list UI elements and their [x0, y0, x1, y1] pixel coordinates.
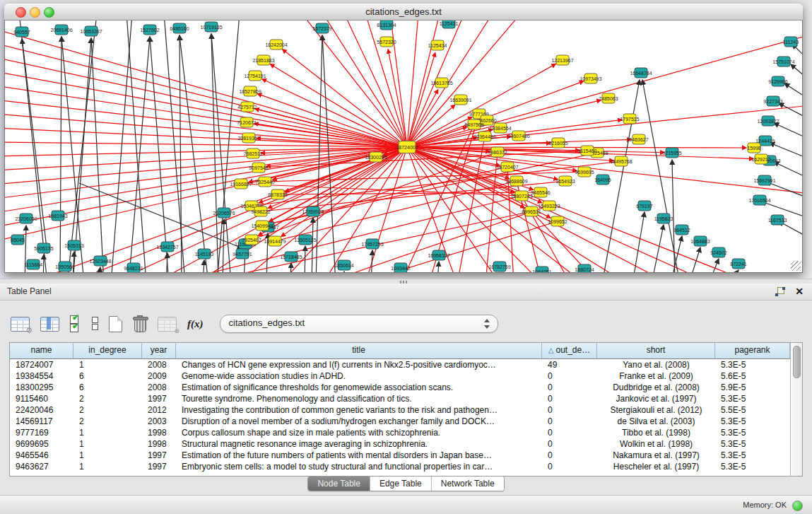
graph-node[interactable]: 23206050	[15, 214, 37, 223]
column-header-year[interactable]: year	[142, 343, 176, 358]
delete-column-button[interactable]	[133, 315, 147, 332]
table-settings-button[interactable]: ⚙	[11, 317, 30, 332]
graph-node[interactable]: 1654923	[555, 176, 575, 186]
svg-text:10719135: 10719135	[200, 25, 222, 30]
table-row[interactable]: 1872400712008Changes of HCN gene express…	[10, 359, 790, 370]
graph-node[interactable]: 1797515	[620, 114, 639, 124]
close-panel-icon[interactable]: ✕	[795, 286, 804, 297]
show-columns-button[interactable]	[40, 317, 59, 332]
column-header-short[interactable]: short	[597, 343, 715, 358]
graph-node[interactable]: 15718485	[280, 252, 302, 262]
graph-node[interactable]: 15998	[747, 143, 761, 153]
table-row[interactable]: 1456911722003Disruption of a novel membe…	[10, 416, 790, 427]
table-row[interactable]: 911546021997Tourette syndrome. Phenomeno…	[10, 393, 790, 404]
new-column-button[interactable]	[109, 316, 122, 332]
close-traffic-light[interactable]	[16, 7, 26, 18]
graph-node[interactable]: 1350561	[55, 262, 74, 271]
table-row[interactable]: 969969511998Structural magnetic resonanc…	[10, 438, 790, 450]
graph-node[interactable]: 5905135	[34, 243, 53, 253]
graph-node[interactable]: 1093442	[391, 263, 410, 272]
graph-node[interactable]: 5572379	[312, 23, 331, 33]
graph-node[interactable]: 9097548	[249, 163, 268, 173]
scrollbar-thumb[interactable]	[793, 346, 801, 378]
tab-edge-table[interactable]: Edge Table	[370, 477, 432, 491]
graph-node[interactable]: 1125431	[440, 21, 459, 28]
column-header-in_degree[interactable]: in_degree	[73, 343, 142, 358]
table-panel: Table Panel ✕ ⚙ ✔✔	[0, 284, 812, 495]
graph-node[interactable]: 7485063	[599, 93, 618, 103]
window-resize-grip[interactable]	[791, 261, 801, 271]
graph-node[interactable]: 1167533	[768, 215, 787, 225]
column-header-out_de[interactable]: △out_de…	[542, 343, 597, 358]
tab-network-table[interactable]: Network Table	[432, 477, 504, 491]
column-header-title[interactable]: title	[176, 343, 542, 358]
graph-node[interactable]: 16648784	[630, 68, 652, 78]
graph-node[interactable]: 8216055	[548, 138, 567, 148]
graph-node[interactable]: 21851883	[252, 55, 274, 65]
column-header-pagerank[interactable]: pagerank	[715, 343, 790, 358]
graph-node[interactable]: 1581943	[48, 211, 67, 221]
zoom-traffic-light[interactable]	[44, 7, 54, 18]
graph-node[interactable]: 1125434	[428, 40, 447, 50]
graph-node[interactable]: 10973493	[579, 74, 601, 83]
graph-node[interactable]: 1880724	[575, 264, 594, 272]
graph-node[interactable]: 111243	[783, 37, 799, 47]
graph-node[interactable]: 964512	[673, 225, 690, 235]
graph-node[interactable]: 18527809	[239, 86, 261, 96]
graph-node[interactable]: 20691406	[50, 25, 72, 35]
citation-network-graph[interactable]: 9405572069140610653287152760264861601071…	[5, 21, 802, 272]
graph-node[interactable]: 6486160	[170, 23, 189, 33]
graph-node[interactable]: 12213967	[551, 55, 573, 65]
table-selector-dropdown[interactable]: citations_edges.txt	[220, 315, 498, 333]
graph-node[interactable]: 1850614	[334, 260, 353, 270]
graph-node[interactable]: 16639091	[449, 95, 471, 105]
graph-node[interactable]: 9648231	[124, 263, 143, 272]
graph-node[interactable]: 872241	[730, 259, 746, 269]
minimize-traffic-light[interactable]	[30, 7, 40, 18]
select-all-button[interactable]: ✔✔	[70, 315, 81, 332]
table-row[interactable]: 946554611997Estimation of the future num…	[10, 450, 790, 461]
graph-node[interactable]: 12342757	[156, 242, 178, 252]
graph-node[interactable]: 940557	[13, 27, 30, 37]
graph-node[interactable]: 1195823	[654, 214, 673, 223]
graph-node[interactable]: 18495768	[610, 156, 632, 166]
graph-node[interactable]: 924502	[710, 247, 726, 257]
graph-node[interactable]: 1145193	[195, 249, 214, 259]
graph-node[interactable]: 9227343	[763, 96, 782, 106]
graph-node[interactable]: 18724007	[396, 141, 418, 153]
graph-node[interactable]: 1527602	[140, 25, 159, 35]
graph-node[interactable]: 10688609	[505, 176, 527, 186]
tab-node-table[interactable]: Node Table	[308, 477, 370, 491]
unselect-all-button[interactable]	[92, 316, 98, 332]
graph-node[interactable]: 164095	[594, 175, 611, 185]
graph-node[interactable]: 16242004	[265, 40, 287, 49]
graph-node[interactable]: 9463627	[629, 134, 648, 144]
graph-node[interactable]: 19613785	[430, 78, 452, 88]
graph-node[interactable]: 679197	[636, 201, 652, 211]
graph-node[interactable]: 9129966	[768, 76, 787, 86]
delete-table-button[interactable]: ⊗	[158, 317, 177, 332]
graph-node[interactable]: 1064051	[532, 267, 551, 272]
graph-node[interactable]: 12923448	[89, 256, 111, 266]
table-row[interactable]: 1830029562008Estimation of significance …	[10, 382, 790, 393]
graph-node[interactable]: 85045	[11, 235, 25, 245]
table-row[interactable]: 1938455462009Genome-wide association stu…	[10, 370, 790, 382]
graph-node[interactable]: 8131304	[377, 21, 396, 30]
graph-node[interactable]: 16782759	[488, 262, 510, 271]
float-window-icon[interactable]	[775, 287, 785, 296]
function-builder-button[interactable]: f(x)	[187, 317, 204, 330]
graph-node[interactable]: 10653287	[80, 26, 102, 36]
graph-node[interactable]: 20819367	[237, 133, 259, 143]
table-scrollbar[interactable]	[790, 343, 802, 476]
graph-node[interactable]: 16958107	[428, 250, 449, 260]
graph-node[interactable]: 9465546	[531, 187, 550, 197]
graph-node[interactable]: 1115684	[24, 259, 42, 269]
column-header-name[interactable]: name	[10, 343, 73, 358]
graph-node[interactable]: 1064883	[690, 236, 710, 246]
network-window-titlebar[interactable]: citations_edges.txt	[4, 4, 803, 21]
table-row[interactable]: 946362711997Embryonic stem cells: a mode…	[10, 461, 790, 472]
table-row[interactable]: 977716911998Corpus callosum shape and si…	[10, 427, 790, 438]
network-canvas[interactable]: 9405572069140610653287152760264861601071…	[4, 21, 803, 273]
table-row[interactable]: 2242004622012Investigating the contribut…	[10, 404, 790, 416]
graph-node[interactable]: 10719135	[200, 22, 222, 32]
